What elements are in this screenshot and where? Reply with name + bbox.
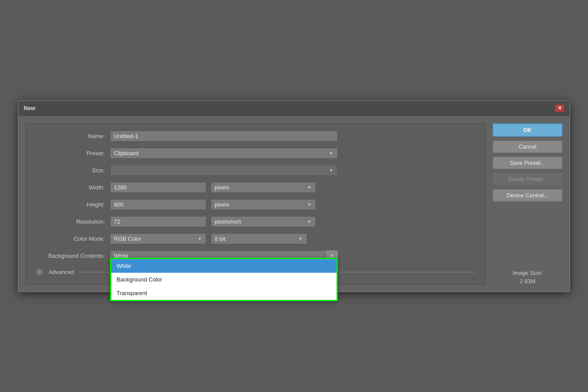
bg-contents-row: Background Contents: ▼ White Background … <box>35 250 476 261</box>
bg-contents-dropdown: White Background Color Transparent <box>110 258 338 301</box>
close-button[interactable]: ✕ <box>555 104 564 112</box>
image-size-label: Image Size: <box>492 270 563 276</box>
cancel-button[interactable]: Cancel <box>492 140 563 153</box>
dialog-title: New <box>24 105 35 111</box>
dropdown-option-background-color[interactable]: Background Color <box>111 273 337 286</box>
width-label: Width: <box>35 184 105 191</box>
size-label: Size: <box>35 167 105 174</box>
color-depth-select[interactable]: 8 bit 16 bit 32 bit <box>211 233 307 244</box>
color-mode-label: Color Mode: <box>35 235 105 242</box>
title-bar: New ✕ <box>18 101 570 116</box>
dialog-body: Name: Preset: Clipboard ▼ Size: <box>18 116 570 292</box>
resolution-unit-select[interactable]: pixels/inch pixels/cm <box>211 216 316 227</box>
width-row: Width: pixels inches cm ▼ <box>35 182 476 193</box>
height-unit-select[interactable]: pixels inches cm <box>211 199 316 210</box>
bg-dropdown-arrow-icon: ▼ <box>330 253 334 258</box>
color-mode-row: Color Mode: RGB Color Grayscale CMYK Col… <box>35 233 476 244</box>
resolution-unit-wrapper: pixels/inch pixels/cm ▼ <box>211 216 316 227</box>
name-row: Name: <box>35 131 476 142</box>
save-preset-button[interactable]: Save Preset... <box>492 157 563 169</box>
delete-preset-button[interactable]: Delete Preset... <box>492 173 563 185</box>
image-size-info: Image Size: 2.93M <box>492 261 563 285</box>
form-area: Name: Preset: Clipboard ▼ Size: <box>25 123 485 285</box>
name-label: Name: <box>35 133 105 139</box>
preset-select[interactable]: Clipboard <box>110 148 338 159</box>
sidebar-buttons: OK Cancel Save Preset... Delete Preset..… <box>492 123 563 285</box>
preset-label: Preset: <box>35 150 105 157</box>
bg-contents-label: Background Contents: <box>35 253 105 259</box>
ok-button[interactable]: OK <box>492 123 563 137</box>
preset-select-wrapper: Clipboard ▼ <box>110 148 338 159</box>
new-dialog: New ✕ Name: Preset: Clipboard ▼ <box>18 100 570 292</box>
height-label: Height: <box>35 201 105 208</box>
width-unit-wrapper: pixels inches cm ▼ <box>211 182 316 193</box>
image-size-value: 2.93M <box>492 278 563 285</box>
resolution-row: Resolution: pixels/inch pixels/cm ▼ <box>35 216 476 227</box>
size-row: Size: ▼ <box>35 165 476 176</box>
size-select-wrapper: ▼ <box>110 165 338 176</box>
width-unit-select[interactable]: pixels inches cm <box>211 182 316 193</box>
resolution-input[interactable] <box>110 216 206 227</box>
size-select[interactable] <box>110 165 338 176</box>
width-input[interactable] <box>110 182 206 193</box>
color-mode-select-wrapper: RGB Color Grayscale CMYK Color ▼ <box>110 233 206 244</box>
advanced-toggle-button[interactable]: ⊙ <box>35 267 44 277</box>
advanced-toggle-icon: ⊙ <box>38 269 42 275</box>
advanced-label: Advanced <box>49 269 74 275</box>
height-unit-wrapper: pixels inches cm ▼ <box>211 199 316 210</box>
height-row: Height: pixels inches cm ▼ <box>35 199 476 210</box>
color-depth-wrapper: 8 bit 16 bit 32 bit ▼ <box>211 233 307 244</box>
color-mode-select[interactable]: RGB Color Grayscale CMYK Color <box>110 233 206 244</box>
preset-row: Preset: Clipboard ▼ <box>35 148 476 159</box>
height-input[interactable] <box>110 199 206 210</box>
name-input[interactable] <box>110 131 338 142</box>
dropdown-option-white[interactable]: White <box>111 259 337 273</box>
resolution-label: Resolution: <box>35 218 105 225</box>
device-central-button[interactable]: Device Central... <box>492 189 563 202</box>
dropdown-option-transparent[interactable]: Transparent <box>111 286 337 300</box>
